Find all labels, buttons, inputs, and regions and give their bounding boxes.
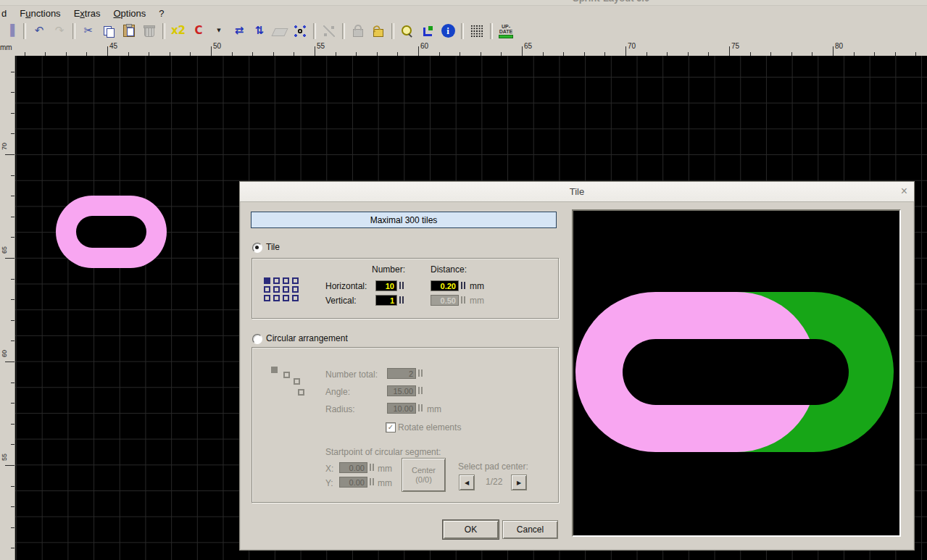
horizontal-number-field[interactable]: 10: [375, 280, 397, 291]
ruler-tick: [5, 154, 14, 155]
close-icon[interactable]: ×: [901, 185, 907, 198]
vertical-unit: mm: [470, 296, 484, 306]
horizontal-label: Horizontal:: [325, 281, 367, 291]
mirror-vertical-icon: ⇅: [255, 25, 265, 36]
photoview-icon: [470, 25, 483, 38]
menu-item-functions[interactable]: Functions: [13, 7, 67, 20]
undo-icon: ↶: [35, 25, 44, 36]
number-total-label: Number total:: [325, 369, 378, 380]
ruler-tick: [11, 506, 14, 507]
ok-button[interactable]: OK: [443, 520, 499, 539]
paste-button[interactable]: [120, 22, 138, 40]
y-spinner: [369, 477, 375, 486]
vertical-label: Vertical:: [325, 296, 357, 306]
tile-radio[interactable]: [252, 243, 262, 253]
ruler-tick: [11, 72, 14, 72]
ruler-tick: [11, 424, 14, 425]
copy-button[interactable]: [99, 22, 118, 40]
tile-grid-square: [283, 286, 289, 293]
mirror-horizontal-icon: ⇄: [235, 25, 244, 36]
ruler-tick: [11, 403, 14, 404]
update-button[interactable]: UP-DATE: [496, 22, 515, 40]
radius-spinner: [417, 404, 423, 412]
info-button[interactable]: i: [438, 22, 457, 40]
ruler-label: 55: [1, 450, 8, 464]
rotate-dropdown-button[interactable]: ▼: [209, 22, 228, 40]
menu-item-?[interactable]: ?: [152, 7, 170, 20]
ruler-label: 55: [317, 42, 325, 50]
ruler-tick: [5, 465, 14, 466]
mirror-vertical-button[interactable]: ⇅: [250, 22, 269, 40]
center-button: Center (0/0): [402, 458, 446, 492]
toolbar-separator: [72, 23, 75, 39]
tile-dialog: Tile × Maximal 300 tiles Tile Number: Di…: [239, 181, 915, 551]
ruler-tick: [418, 46, 419, 56]
rotate-elements-label: Rotate elements: [398, 422, 461, 432]
ruler-label: 65: [524, 42, 532, 50]
pad-next-button[interactable]: ▶: [511, 475, 527, 490]
photoview-button[interactable]: [467, 22, 486, 40]
number-header: Number:: [372, 264, 405, 275]
tile-grid-square: [273, 295, 280, 301]
tile-grid-square: [283, 277, 289, 284]
ruler-tick: [211, 46, 212, 56]
distance-header: Distance:: [431, 264, 467, 275]
cut-button[interactable]: ✂: [79, 22, 98, 40]
circular-radio-label: Circular arrangement: [266, 333, 348, 343]
rotate-button[interactable]: C: [189, 22, 208, 40]
tile-grid-square: [273, 277, 280, 284]
tile-grid-square: [264, 277, 270, 284]
pad-shape-hole: [76, 216, 146, 248]
unlock-button[interactable]: [369, 22, 388, 40]
ruler-tick: [11, 548, 14, 548]
x-label: X:: [325, 464, 333, 474]
left-arrow-icon: ◀: [465, 480, 469, 486]
dialog-titlebar[interactable]: Tile ×: [240, 182, 914, 202]
horizontal-number-spinner[interactable]: [399, 281, 404, 290]
horizontal-distance-field[interactable]: 0.20: [431, 280, 459, 291]
vertical-distance-spinner: [460, 296, 466, 304]
ruler-tick: [625, 46, 626, 56]
partial-button[interactable]: ▐: [1, 22, 20, 40]
center-elements-button[interactable]: [291, 22, 309, 40]
number-total-spinner: [417, 369, 423, 377]
menu-item-extras[interactable]: Extras: [67, 7, 107, 20]
zoom-button[interactable]: [398, 22, 417, 40]
y-unit: mm: [378, 478, 392, 488]
ruler-tick: [833, 46, 834, 56]
x-spinner: [369, 463, 375, 472]
arc-square: [294, 378, 300, 385]
ruler-label: 65: [1, 243, 8, 257]
number-total-field: 2: [387, 368, 416, 379]
menu-item-options[interactable]: Options: [107, 7, 152, 20]
circular-radio[interactable]: [252, 334, 262, 344]
move-to-layer-button: [270, 22, 289, 40]
angle-label: Angle:: [325, 387, 350, 397]
update-icon: UP-DATE: [496, 23, 515, 39]
center-button-line2: (0/0): [415, 475, 432, 485]
menu-item-d[interactable]: d: [0, 7, 13, 20]
ruler-tick: [11, 340, 14, 341]
ruler-label: 80: [835, 42, 843, 50]
toolbar-separator: [162, 23, 165, 39]
undo-button[interactable]: ↶: [30, 22, 49, 40]
zoom-icon: [401, 25, 414, 38]
ruler-tick: [11, 175, 14, 176]
mirror-horizontal-button[interactable]: ⇄: [230, 22, 249, 40]
info-icon: i: [441, 24, 455, 38]
test-button[interactable]: [418, 22, 437, 40]
toolbar-separator: [490, 23, 493, 39]
horizontal-ruler: 4550556065707580: [0, 41, 927, 57]
angle-spinner: [417, 386, 423, 395]
vertical-number-field[interactable]: 1: [375, 295, 397, 306]
vertical-number-spinner[interactable]: [399, 296, 404, 304]
horizontal-distance-spinner[interactable]: [460, 281, 466, 290]
ruler-tick: [11, 113, 14, 114]
scale-button[interactable]: x2: [169, 22, 188, 40]
connections-button: [320, 22, 338, 40]
arc-square: [298, 389, 304, 396]
ruler-tick: [5, 258, 14, 259]
pad-prev-button[interactable]: ◀: [459, 475, 475, 490]
cancel-button[interactable]: Cancel: [502, 520, 558, 539]
ruler-tick: [522, 46, 523, 56]
